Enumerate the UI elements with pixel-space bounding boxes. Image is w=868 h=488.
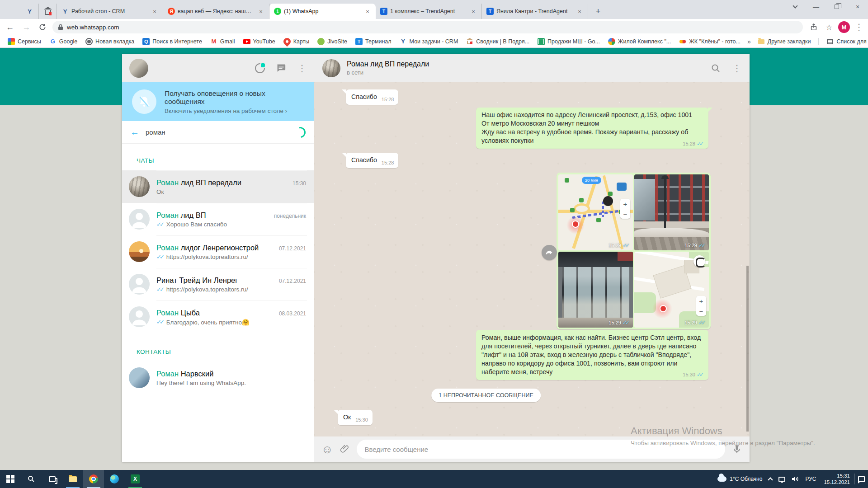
message-input[interactable]: [357, 440, 725, 459]
new-tab-button[interactable]: +: [592, 5, 604, 18]
photo-map-route[interactable]: 20 мин +− 15:29✓✓: [558, 174, 633, 250]
tab-whatsapp-active[interactable]: 1 (1) WhatsApp ×: [269, 4, 376, 19]
photo-entrance[interactable]: 15:29✓✓: [558, 252, 633, 328]
tab-crm[interactable]: Y Рабочий стол - CRM ×: [57, 4, 163, 19]
contact-name: Роман Нарвский: [156, 370, 213, 378]
bookmarks-overflow-button[interactable]: »: [747, 38, 751, 45]
tab-close-icon[interactable]: ×: [470, 8, 477, 15]
bookmark-tasks-crm[interactable]: YМои задачи - CRM: [400, 38, 458, 45]
reload-button[interactable]: [36, 21, 49, 33]
taskbar-search-button[interactable]: [21, 470, 42, 488]
sidebar-menu-icon[interactable]: ⋮: [297, 64, 307, 73]
address-bar[interactable]: web.whatsapp.com: [52, 21, 803, 33]
chrome-taskbar-button[interactable]: [83, 470, 104, 488]
tab-close-icon[interactable]: ×: [576, 8, 583, 15]
messages-area[interactable]: Спасибо 15:28 Наш офис находится по адре…: [314, 82, 750, 436]
forward-message-button[interactable]: [542, 245, 557, 260]
chat-time: 07.12.2021: [275, 245, 306, 252]
bookmark-maps[interactable]: Карты: [283, 38, 310, 45]
chat-list-item-rinat[interactable]: Ринат Трейд Ин Ленрег 07.12.2021 ✓✓https…: [122, 268, 314, 300]
bookmark-services[interactable]: Сервисы: [8, 38, 41, 45]
message-incoming[interactable]: Ок 15:30: [338, 410, 373, 425]
taskbar-clock[interactable]: 15:31 15.12.2021: [819, 473, 854, 485]
restore-button[interactable]: [826, 0, 847, 14]
google-icon: G: [49, 38, 57, 45]
message-outgoing[interactable]: Наш офис находится по адресу Ленинский п…: [476, 108, 708, 149]
chat-list-item-roman-lidog[interactable]: Роман лидог Ленрегионстрой 07.12.2021 ✓✓…: [122, 235, 314, 268]
contact-item-roman-narvsky[interactable]: Роман Нарвский Hey there! I am using Wha…: [122, 361, 314, 394]
tray-volume-icon[interactable]: [788, 470, 802, 488]
chat-scrollbar[interactable]: [746, 266, 749, 432]
bookmarks-right-group: Другие закладки Список для чтения: [754, 38, 868, 45]
message-image-grid[interactable]: 20 мин +− 15:29✓✓ 15:29✓✓ 15:29✓✓: [557, 173, 711, 329]
bookmark-label: Сводник | В Подря...: [476, 38, 529, 45]
tab-close-icon[interactable]: ×: [151, 8, 158, 15]
edge-taskbar-button[interactable]: [104, 470, 125, 488]
start-button[interactable]: [0, 470, 21, 488]
conversation-menu-icon[interactable]: ⋮: [732, 64, 741, 73]
banner-subtitle[interactable]: Включить уведомления на рабочем столе ›: [165, 108, 304, 114]
close-button[interactable]: ×: [847, 0, 868, 14]
minimize-button[interactable]: —: [806, 0, 826, 14]
photo-map-pin[interactable]: +− 15:29✓✓: [634, 252, 709, 328]
conversation-status: в сети: [347, 69, 429, 76]
photo-building[interactable]: 15:29✓✓: [634, 174, 709, 250]
tab-trendagent-1[interactable]: T 1 комплекс – TrendAgent ×: [376, 4, 482, 19]
file-explorer-button[interactable]: [62, 470, 83, 488]
bookmark-gmail[interactable]: MGmail: [210, 38, 235, 45]
bookmark-websearch[interactable]: QПоиск в Интернете: [142, 38, 202, 45]
back-button[interactable]: ←: [4, 21, 16, 33]
message-incoming[interactable]: Спасибо 15:28: [346, 153, 398, 168]
pinned-tab-crm[interactable]: Y: [21, 4, 39, 19]
attach-icon[interactable]: [340, 444, 350, 455]
task-view-button[interactable]: [42, 470, 62, 488]
tray-display-icon[interactable]: [775, 470, 788, 488]
back-arrow-icon[interactable]: ←: [130, 127, 146, 137]
bookmark-sales[interactable]: Продажи МШ - Go...: [538, 38, 600, 45]
chat-list-item-roman-lid-vp-peredali[interactable]: Роман лид ВП передали 15:30 Ок: [122, 170, 314, 203]
bookmark-jivosite[interactable]: JivoSite: [317, 38, 347, 45]
reading-list-button[interactable]: Список для чтения: [826, 38, 868, 45]
bookmark-google[interactable]: GGoogle: [49, 38, 77, 45]
emoji-picker-icon[interactable]: ☺: [321, 444, 333, 455]
action-center-button[interactable]: [855, 470, 868, 488]
language-indicator[interactable]: РУС: [802, 470, 819, 488]
search-chat-icon[interactable]: [711, 63, 721, 73]
tab-close-icon[interactable]: ×: [257, 8, 264, 15]
unread-messages-badge[interactable]: 1 НЕПРОЧИТАННОЕ СООБЩЕНИЕ: [431, 389, 541, 402]
weather-widget[interactable]: 1°C Облачно: [714, 470, 765, 488]
browser-profile-avatar[interactable]: M: [838, 21, 850, 33]
new-chat-icon[interactable]: [276, 63, 287, 74]
chevron-down-icon: [793, 3, 797, 8]
bookmark-terminal[interactable]: TТерминал: [355, 38, 392, 45]
tab-yandex-search[interactable]: Я вацап веб — Яндекс: нашлось 5 ×: [163, 4, 269, 19]
microphone-icon[interactable]: [731, 444, 742, 455]
chat-preview: ✓✓Хорошо Вам спасибо: [156, 221, 306, 228]
excel-taskbar-button[interactable]: X: [125, 470, 146, 488]
tray-expand-button[interactable]: [765, 470, 775, 488]
bookmark-complex[interactable]: Жилой Комплекс "...: [608, 38, 671, 45]
status-icon[interactable]: [255, 63, 265, 73]
conversation-avatar[interactable]: [322, 59, 340, 77]
bookmark-svodnik[interactable]: Сводник | В Подря...: [466, 38, 529, 45]
bookmark-kleny[interactable]: ЖК "Клёны" - гото...: [679, 38, 741, 45]
bookmark-star-button[interactable]: ☆: [823, 21, 835, 33]
other-bookmarks-button[interactable]: Другие закладки: [758, 38, 811, 45]
conversation-header[interactable]: Роман лид ВП передали в сети ⋮: [314, 54, 750, 82]
tab-search-button[interactable]: [785, 0, 806, 14]
tab-close-icon[interactable]: ×: [364, 8, 371, 15]
chat-list-item-roman-lid-vp[interactable]: Роман лид ВП понедельник ✓✓Хорошо Вам сп…: [122, 203, 314, 235]
notification-banner[interactable]: Получать оповещения о новых сообщениях В…: [122, 82, 314, 121]
forward-button[interactable]: →: [20, 21, 33, 33]
message-incoming[interactable]: Спасибо 15:28: [346, 89, 398, 105]
search-input[interactable]: роман: [146, 128, 295, 136]
message-outgoing[interactable]: Роман, выше информация, как нас найти. Б…: [476, 330, 708, 380]
tab-trendagent-2[interactable]: T Янила Кантри - TrendAgent ×: [482, 4, 588, 19]
my-profile-avatar[interactable]: [129, 59, 148, 78]
bookmark-youtube[interactable]: YouTube: [243, 38, 275, 45]
pinned-tab-home[interactable]: [39, 4, 57, 19]
chat-list-item-roman-tsyba[interactable]: Роман Цыба 08.03.2021 ✓✓Благодарю, очень…: [122, 300, 314, 333]
browser-menu-button[interactable]: ⋮: [853, 21, 865, 33]
share-button[interactable]: [807, 21, 820, 33]
bookmark-newtab[interactable]: Новая вкладка: [85, 38, 134, 45]
